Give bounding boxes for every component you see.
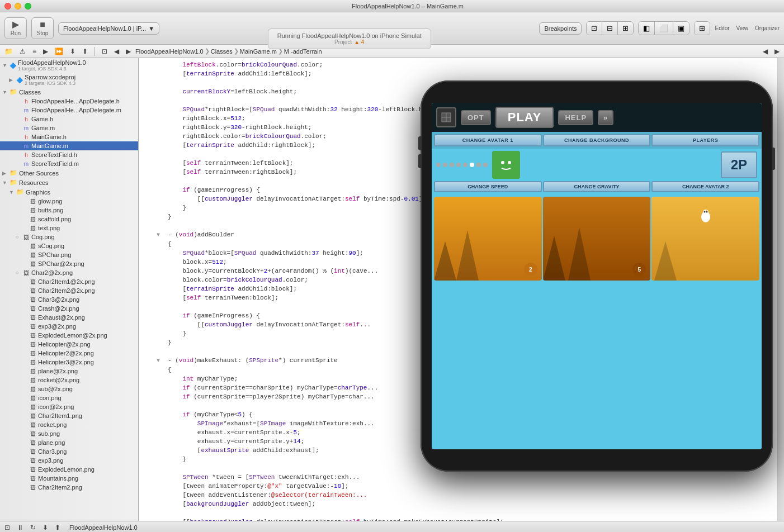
view-navigator-btn[interactable]: ◧ (639, 22, 655, 35)
sidebar-item-icon[interactable]: 🖼icon.png (0, 393, 138, 402)
sidebar-item-butts[interactable]: 🖼butts.png (0, 206, 138, 215)
phone-volume-up[interactable] (418, 136, 422, 150)
step-over-btn[interactable]: ↻ (28, 522, 38, 533)
phone-side-button[interactable] (772, 148, 775, 170)
sidebar-item-char2item1-png[interactable]: 🖼Char2Item1.png (0, 411, 138, 420)
sidebar-item-graphics[interactable]: ▼ 📁 Graphics (0, 187, 138, 197)
sidebar-item-mountains[interactable]: 🖼Mountains.png (0, 474, 138, 483)
sidebar-item-sub-2x[interactable]: 🖼sub@2x.png (0, 384, 138, 393)
opt-button[interactable]: OPT (461, 110, 491, 125)
run-button[interactable]: ▶ Run (4, 17, 27, 39)
svg-marker-9 (568, 227, 591, 281)
folder-btn[interactable]: 📁 (2, 46, 15, 56)
change-speed-btn[interactable]: CHANGE SPEED (434, 181, 542, 192)
forward-btn[interactable]: ▶ (772, 46, 782, 56)
sidebar-item-char3-png[interactable]: 🖼Char3.png (0, 447, 138, 456)
sidebar-item-explodedlemon-png[interactable]: 🖼ExplodedLemon.png (0, 465, 138, 474)
run2-btn[interactable]: ▶ (41, 46, 50, 56)
close-button[interactable] (4, 3, 11, 10)
phone-volume-down[interactable] (418, 154, 422, 168)
editor-assistant-btn[interactable]: ⊟ (602, 22, 618, 35)
sidebar-item-exhaust-2x[interactable]: 🖼Exhaust@2x.png (0, 313, 138, 322)
sidebar-item-explodedlemon-2x[interactable]: 🖼ExplodedLemon@2x.png (0, 331, 138, 340)
stop-button[interactable]: ■ Stop (31, 17, 54, 39)
breakpoints-button[interactable]: Breakpoints (539, 22, 582, 35)
step3-btn[interactable]: ⬆ (80, 46, 90, 56)
back-btn[interactable]: ◀ (761, 46, 770, 56)
dot-3 (450, 163, 454, 167)
breadcrumb-classes[interactable]: Classes (211, 48, 233, 55)
sidebar-item-appdelegate-m[interactable]: m FloodAppealHe...AppDelegate.m (0, 106, 138, 115)
sidebar-item-heli-2x[interactable]: 🖼Helicopter@2x.png (0, 340, 138, 349)
sidebar-item-icon2x[interactable]: 🖼icon@2x.png (0, 402, 138, 411)
sidebar-item-plane-2x[interactable]: 🖼plane@2x.png (0, 367, 138, 376)
sidebar-item-scog[interactable]: 🖼sCog.png (0, 241, 138, 250)
sidebar-item-char2item1[interactable]: 🖼Char2Item1@2x.png (0, 277, 138, 286)
sidebar-item-game-m[interactable]: m Game.m (0, 124, 138, 132)
sidebar-item-project[interactable]: ▼ 🔷 FloodAppealHelpNow1.0 1 target, iOS … (0, 58, 138, 73)
sidebar-item-maingame-m[interactable]: m MainGame.m (0, 141, 138, 150)
sidebar-item-char3-2x[interactable]: 🖼Char3@2x.png (0, 295, 138, 304)
view-group: ◧ ⬜ ▣ (638, 21, 689, 35)
layout-btn[interactable]: ⊡ (100, 46, 110, 56)
sidebar-item-spchar2x[interactable]: 🖼SPChar@2x.png (0, 259, 138, 268)
sidebar-item-scoretextfield-h[interactable]: h ScoreTextField.h (0, 150, 138, 159)
sidebar-item-glow[interactable]: 🖼glow.png (0, 197, 138, 206)
change-gravity-btn[interactable]: CHANGE GRAVITY (543, 181, 651, 192)
sidebar-item-sub-png[interactable]: 🖼sub.png (0, 429, 138, 438)
sidebar-item-plane-png[interactable]: 🖼plane.png (0, 438, 138, 447)
sidebar-item-heli2-2x[interactable]: 🖼Helicopter2@2x.png (0, 349, 138, 358)
sidebar-item-exp3-2x[interactable]: 🖼exp3@2x.png (0, 322, 138, 331)
sidebar-item-scaffold[interactable]: 🖼scaffold.png (0, 215, 138, 224)
breadcrumb-project[interactable]: FloodAppealHelpNow1.0 (135, 48, 204, 55)
sidebar-item-rocket-png[interactable]: 🖼rocket.png (0, 420, 138, 429)
sidebar-item-maingame-h[interactable]: h MainGame.h (0, 132, 138, 141)
sidebar-item-text-png[interactable]: 🖼text.png (0, 224, 138, 232)
organizer-btn[interactable]: ⊞ (695, 22, 710, 35)
view-debug-btn[interactable]: ⬜ (655, 22, 673, 35)
sidebar-item-heli3-2x[interactable]: 🖼Helicopter3@2x.png (0, 358, 138, 367)
step-into-btn[interactable]: ⬇ (40, 522, 50, 533)
sidebar-item-char2item2[interactable]: 🖼Char2Item2@2x.png (0, 286, 138, 295)
sidebar-item-rocket-2x[interactable]: 🖼rocket@2x.png (0, 376, 138, 384)
sidebar-item-spchar[interactable]: 🖼SPChar.png (0, 250, 138, 259)
editor-standard-btn[interactable]: ⊡ (587, 22, 602, 35)
editor-version-btn[interactable]: ⊞ (618, 22, 633, 35)
sidebar-item-cog[interactable]: ○🖼Cog.png (0, 232, 138, 241)
sidebar-item-crash-2x[interactable]: 🖼Crash@2x.png (0, 304, 138, 313)
sidebar-item-sparrow[interactable]: ▶ 🔷 Sparrow.xcodeproj 2 targets, iOS SDK… (0, 73, 138, 87)
list-btn[interactable]: ≡ (30, 46, 39, 56)
sidebar-item-exp3-png[interactable]: 🖼exp3.png (0, 456, 138, 465)
minimize-button[interactable] (15, 3, 21, 10)
step2-btn[interactable]: ⬇ (68, 46, 78, 56)
change-avatar2-btn[interactable]: CHANGE AVATAR 2 (651, 181, 759, 192)
editor-scrollbar[interactable] (777, 58, 784, 521)
sidebar-item-resources[interactable]: ▼ 📁 Resources (0, 178, 138, 187)
png-icon: 🖼 (30, 404, 36, 410)
sidebar-item-char2-2x[interactable]: ○🖼Char2@2x.png (0, 268, 138, 277)
change-avatar-btn[interactable]: CHANGE AVATAR 1 (434, 134, 542, 146)
sidebar-item-othersources[interactable]: ▶ 📁 Other Sources (0, 168, 138, 178)
play-button[interactable]: PLAY (495, 107, 554, 128)
title-bar: FloodAppealHelpNow1.0 – MainGame.m (0, 0, 784, 12)
sidebar-item-game-h[interactable]: h Game.h (0, 115, 138, 124)
sidebar-item-appdelegate-h[interactable]: h FloodAppealHe...AppDelegate.h (0, 97, 138, 106)
pause-btn[interactable]: ⏸ (15, 522, 26, 533)
step-out-btn[interactable]: ⬆ (53, 522, 63, 533)
maximize-button[interactable] (25, 3, 31, 10)
sidebar-item-char2item2-png[interactable]: 🖼Char2Item2.png (0, 483, 138, 492)
code-editor[interactable]: leftBlock.color=brickColourQuad.color; [… (139, 58, 784, 521)
players-btn[interactable]: PLAYERS (651, 134, 759, 146)
view-utilities-btn[interactable]: ▣ (673, 22, 689, 35)
step-btn[interactable]: ⏩ (53, 46, 65, 56)
sidebar-item-scoretextfield-m[interactable]: m ScoreTextField.m (0, 159, 138, 168)
show-vars-btn[interactable]: ⊡ (2, 522, 12, 533)
nav-prev-btn[interactable]: ◀ (112, 46, 121, 56)
scheme-selector[interactable]: FloodAppealHelpNow1.0 | iP... ▼ (58, 22, 159, 35)
nav-next-btn[interactable]: ▶ (124, 46, 133, 56)
change-background-btn[interactable]: CHANGE BACKGROUND (543, 134, 651, 146)
help-button[interactable]: HELP (558, 110, 593, 125)
warning-btn[interactable]: ⚠ (17, 46, 28, 56)
sidebar-item-classes-group[interactable]: ▼ 📁 Classes (0, 87, 138, 97)
next-button[interactable]: » (598, 110, 613, 125)
